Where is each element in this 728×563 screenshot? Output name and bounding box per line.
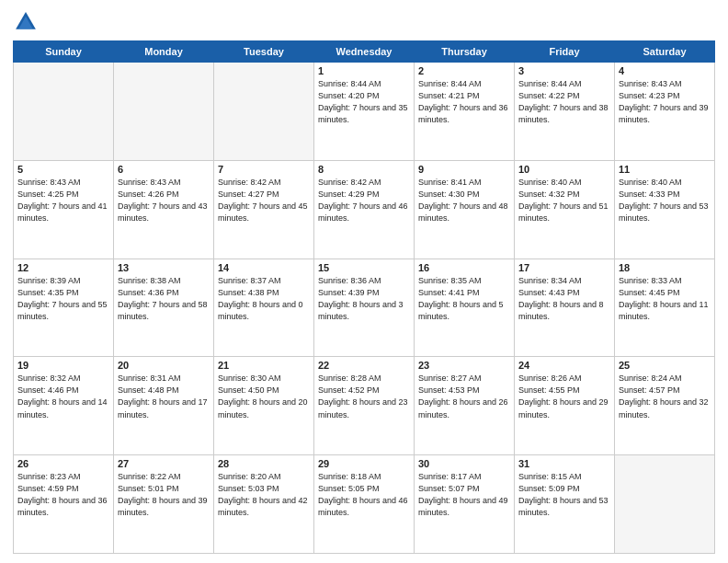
day-cell-19: 19Sunrise: 8:32 AMSunset: 4:46 PMDayligh… — [14, 357, 114, 455]
day-cell-8: 8Sunrise: 8:42 AMSunset: 4:29 PMDaylight… — [314, 160, 415, 259]
day-info: Sunrise: 8:42 AMSunset: 4:27 PMDaylight:… — [218, 177, 310, 224]
day-info: Sunrise: 8:43 AMSunset: 4:25 PMDaylight:… — [17, 177, 109, 224]
day-info: Sunrise: 8:41 AMSunset: 4:30 PMDaylight:… — [418, 177, 510, 224]
day-header-wednesday: Wednesday — [314, 41, 415, 63]
day-info: Sunrise: 8:36 AMSunset: 4:39 PMDaylight:… — [318, 275, 410, 323]
day-number: 28 — [218, 458, 310, 469]
day-number: 20 — [118, 360, 210, 371]
day-info: Sunrise: 8:34 AMSunset: 4:43 PMDaylight:… — [518, 275, 610, 323]
day-number: 23 — [418, 360, 510, 371]
day-cell-23: 23Sunrise: 8:27 AMSunset: 4:53 PMDayligh… — [415, 357, 515, 455]
day-cell-27: 27Sunrise: 8:22 AMSunset: 5:01 PMDayligh… — [114, 455, 214, 554]
empty-cell-0-0 — [14, 63, 114, 161]
day-info: Sunrise: 8:15 AMSunset: 5:09 PMDaylight:… — [518, 471, 610, 519]
empty-cell-4-6 — [615, 455, 715, 554]
day-number: 14 — [218, 262, 310, 273]
day-info: Sunrise: 8:32 AMSunset: 4:46 PMDaylight:… — [17, 373, 109, 420]
day-header-monday: Monday — [114, 41, 214, 63]
day-cell-11: 11Sunrise: 8:40 AMSunset: 4:33 PMDayligh… — [615, 160, 715, 259]
day-header-saturday: Saturday — [615, 41, 715, 63]
empty-cell-0-2 — [214, 63, 314, 161]
calendar-body: 1Sunrise: 8:44 AMSunset: 4:20 PMDaylight… — [14, 63, 715, 554]
day-of-week-header: SundayMondayTuesdayWednesdayThursdayFrid… — [14, 41, 715, 63]
day-number: 30 — [418, 458, 510, 469]
day-info: Sunrise: 8:18 AMSunset: 5:05 PMDaylight:… — [318, 471, 410, 519]
day-info: Sunrise: 8:23 AMSunset: 4:59 PMDaylight:… — [17, 471, 109, 519]
day-number: 22 — [318, 360, 410, 371]
day-number: 3 — [518, 65, 610, 76]
day-info: Sunrise: 8:43 AMSunset: 4:23 PMDaylight:… — [619, 78, 711, 126]
day-number: 29 — [318, 458, 410, 469]
day-number: 1 — [318, 65, 410, 76]
day-number: 15 — [318, 262, 410, 273]
day-header-tuesday: Tuesday — [214, 41, 314, 63]
day-info: Sunrise: 8:28 AMSunset: 4:52 PMDaylight:… — [318, 373, 410, 420]
day-number: 25 — [619, 360, 711, 371]
day-number: 26 — [17, 458, 109, 469]
day-info: Sunrise: 8:20 AMSunset: 5:03 PMDaylight:… — [218, 471, 310, 519]
week-row-3: 19Sunrise: 8:32 AMSunset: 4:46 PMDayligh… — [14, 357, 715, 455]
day-number: 2 — [418, 65, 510, 76]
day-cell-15: 15Sunrise: 8:36 AMSunset: 4:39 PMDayligh… — [314, 259, 415, 357]
day-cell-20: 20Sunrise: 8:31 AMSunset: 4:48 PMDayligh… — [114, 357, 214, 455]
day-cell-13: 13Sunrise: 8:38 AMSunset: 4:36 PMDayligh… — [114, 259, 214, 357]
day-cell-21: 21Sunrise: 8:30 AMSunset: 4:50 PMDayligh… — [214, 357, 314, 455]
day-info: Sunrise: 8:35 AMSunset: 4:41 PMDaylight:… — [418, 275, 510, 323]
day-number: 8 — [318, 164, 410, 175]
day-number: 16 — [418, 262, 510, 273]
day-cell-29: 29Sunrise: 8:18 AMSunset: 5:05 PMDayligh… — [314, 455, 415, 554]
day-number: 27 — [118, 458, 210, 469]
day-info: Sunrise: 8:40 AMSunset: 4:32 PMDaylight:… — [518, 177, 610, 224]
day-number: 12 — [17, 262, 109, 273]
day-info: Sunrise: 8:31 AMSunset: 4:48 PMDaylight:… — [118, 373, 210, 420]
day-cell-14: 14Sunrise: 8:37 AMSunset: 4:38 PMDayligh… — [214, 259, 314, 357]
day-info: Sunrise: 8:44 AMSunset: 4:20 PMDaylight:… — [318, 78, 410, 126]
day-cell-12: 12Sunrise: 8:39 AMSunset: 4:35 PMDayligh… — [14, 259, 114, 357]
day-info: Sunrise: 8:42 AMSunset: 4:29 PMDaylight:… — [318, 177, 410, 224]
empty-cell-0-1 — [114, 63, 214, 161]
day-info: Sunrise: 8:38 AMSunset: 4:36 PMDaylight:… — [118, 275, 210, 323]
day-number: 21 — [218, 360, 310, 371]
week-row-4: 26Sunrise: 8:23 AMSunset: 4:59 PMDayligh… — [14, 455, 715, 554]
week-row-0: 1Sunrise: 8:44 AMSunset: 4:20 PMDaylight… — [14, 63, 715, 161]
day-header-thursday: Thursday — [415, 41, 515, 63]
week-row-1: 5Sunrise: 8:43 AMSunset: 4:25 PMDaylight… — [14, 160, 715, 259]
day-number: 11 — [619, 164, 711, 175]
day-cell-3: 3Sunrise: 8:44 AMSunset: 4:22 PMDaylight… — [515, 63, 615, 161]
day-info: Sunrise: 8:33 AMSunset: 4:45 PMDaylight:… — [619, 275, 711, 323]
calendar-table: SundayMondayTuesdayWednesdayThursdayFrid… — [13, 40, 715, 554]
day-info: Sunrise: 8:17 AMSunset: 5:07 PMDaylight:… — [418, 471, 510, 519]
day-number: 5 — [17, 164, 109, 175]
day-number: 19 — [17, 360, 109, 371]
day-cell-18: 18Sunrise: 8:33 AMSunset: 4:45 PMDayligh… — [615, 259, 715, 357]
day-number: 31 — [518, 458, 610, 469]
day-cell-30: 30Sunrise: 8:17 AMSunset: 5:07 PMDayligh… — [415, 455, 515, 554]
day-cell-26: 26Sunrise: 8:23 AMSunset: 4:59 PMDayligh… — [14, 455, 114, 554]
day-number: 7 — [218, 164, 310, 175]
day-number: 18 — [619, 262, 711, 273]
day-cell-31: 31Sunrise: 8:15 AMSunset: 5:09 PMDayligh… — [515, 455, 615, 554]
day-header-sunday: Sunday — [14, 41, 114, 63]
day-cell-24: 24Sunrise: 8:26 AMSunset: 4:55 PMDayligh… — [515, 357, 615, 455]
logo-icon — [13, 9, 39, 35]
day-info: Sunrise: 8:26 AMSunset: 4:55 PMDaylight:… — [518, 373, 610, 420]
day-number: 9 — [418, 164, 510, 175]
week-row-2: 12Sunrise: 8:39 AMSunset: 4:35 PMDayligh… — [14, 259, 715, 357]
day-info: Sunrise: 8:40 AMSunset: 4:33 PMDaylight:… — [619, 177, 711, 224]
day-number: 13 — [118, 262, 210, 273]
day-info: Sunrise: 8:39 AMSunset: 4:35 PMDaylight:… — [17, 275, 109, 323]
day-cell-2: 2Sunrise: 8:44 AMSunset: 4:21 PMDaylight… — [415, 63, 515, 161]
day-info: Sunrise: 8:30 AMSunset: 4:50 PMDaylight:… — [218, 373, 310, 420]
day-number: 6 — [118, 164, 210, 175]
page: SundayMondayTuesdayWednesdayThursdayFrid… — [0, 0, 728, 563]
day-info: Sunrise: 8:37 AMSunset: 4:38 PMDaylight:… — [218, 275, 310, 323]
day-number: 17 — [518, 262, 610, 273]
day-cell-7: 7Sunrise: 8:42 AMSunset: 4:27 PMDaylight… — [214, 160, 314, 259]
header — [13, 9, 715, 35]
day-cell-4: 4Sunrise: 8:43 AMSunset: 4:23 PMDaylight… — [615, 63, 715, 161]
day-cell-28: 28Sunrise: 8:20 AMSunset: 5:03 PMDayligh… — [214, 455, 314, 554]
day-cell-6: 6Sunrise: 8:43 AMSunset: 4:26 PMDaylight… — [114, 160, 214, 259]
day-cell-5: 5Sunrise: 8:43 AMSunset: 4:25 PMDaylight… — [14, 160, 114, 259]
day-info: Sunrise: 8:27 AMSunset: 4:53 PMDaylight:… — [418, 373, 510, 420]
day-info: Sunrise: 8:43 AMSunset: 4:26 PMDaylight:… — [118, 177, 210, 224]
